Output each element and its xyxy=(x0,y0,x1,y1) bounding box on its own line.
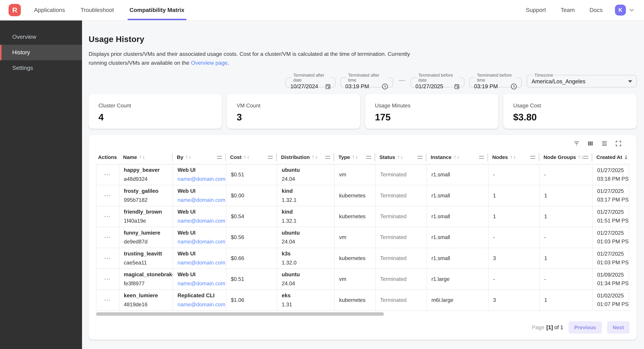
distribution-text: kind xyxy=(282,209,332,216)
type-text: vm xyxy=(339,234,373,240)
cost-text: $0.54 xyxy=(231,213,274,220)
column-header-node-groups[interactable]: Node Groups↑↓ xyxy=(540,151,592,164)
column-header-actions[interactable]: Actions xyxy=(96,151,119,164)
fullscreen-icon[interactable] xyxy=(615,140,622,147)
clock-icon[interactable] xyxy=(510,83,517,90)
filter-bar: Terminated after date10/27/2024Terminate… xyxy=(88,73,636,87)
created-time: 01:34 PM PST xyxy=(597,280,626,287)
nav-link-team[interactable]: Team xyxy=(561,7,575,13)
filter-icon[interactable] xyxy=(573,140,580,147)
email-link[interactable]: name@domain.com xyxy=(178,197,226,203)
nodes-text: - xyxy=(493,172,537,178)
filter-field-terminated-before-time[interactable]: Terminated before time03:19 PM xyxy=(469,73,522,87)
chevron-down-icon[interactable] xyxy=(629,7,634,13)
overview-page-link[interactable]: Overview page xyxy=(191,60,228,66)
by-text: Web UI xyxy=(178,167,224,174)
cell-cost: $1.06 xyxy=(226,290,277,310)
nav-link-docs[interactable]: Docs xyxy=(590,7,603,13)
column-header-created-at[interactable]: Created At↓ xyxy=(592,151,629,164)
id-text: de9ed87d xyxy=(124,238,170,245)
stat-cards: Cluster Count4VM Count3Usage Minutes175U… xyxy=(88,94,636,129)
cell-node_groups: - xyxy=(540,269,593,289)
cell-instance: r1.large xyxy=(427,269,488,289)
column-header-name[interactable]: Name↑↓ xyxy=(119,151,172,164)
column-header-cost[interactable]: Cost↑↓ xyxy=(226,151,277,164)
email-link[interactable]: name@domain.com xyxy=(178,239,226,245)
cell-instance: m6i.large xyxy=(427,290,488,310)
row-actions-icon[interactable]: ••• xyxy=(104,298,111,302)
column-menu-icon[interactable] xyxy=(366,156,371,159)
stat-card-vm-count: VM Count3 xyxy=(227,94,360,129)
sidebar-item-overview[interactable]: Overview xyxy=(0,29,82,44)
nav-link-support[interactable]: Support xyxy=(526,7,546,13)
cell-cost: $0.56 xyxy=(226,227,277,248)
row-actions-icon[interactable]: ••• xyxy=(104,172,111,177)
cell-type: kubernetes xyxy=(335,290,376,310)
row-actions-icon[interactable]: ••• xyxy=(104,277,111,281)
distribution-text: ubuntu xyxy=(282,230,332,237)
created-time: 01:03 PM PST xyxy=(597,238,626,245)
row-actions-icon[interactable]: ••• xyxy=(104,235,111,240)
column-menu-icon[interactable] xyxy=(268,156,273,159)
cell-status: Terminated xyxy=(376,206,427,227)
cell-by: Web UIname@domain.com xyxy=(173,227,226,248)
created-date: 01/02/2025 xyxy=(597,292,626,299)
status-text: Terminated xyxy=(380,276,424,282)
column-menu-icon[interactable] xyxy=(418,156,422,159)
filter-field-terminated-before-date[interactable]: Terminated before date01/27/2025 xyxy=(410,73,464,87)
column-header-by[interactable]: By↑↓ xyxy=(172,151,226,164)
nodes-text: 3 xyxy=(493,255,537,261)
cell-instance: r1.small xyxy=(427,164,488,185)
column-menu-icon[interactable] xyxy=(530,156,535,159)
column-menu-icon[interactable] xyxy=(217,156,222,159)
previous-page-button[interactable]: Previous xyxy=(569,321,602,334)
column-menu-icon[interactable] xyxy=(583,156,588,159)
cell-type: vm xyxy=(335,164,376,185)
scrollbar-thumb[interactable] xyxy=(96,312,384,316)
cost-text: $0.00 xyxy=(231,193,274,199)
sidebar-item-settings[interactable]: Settings xyxy=(0,60,82,76)
column-header-instance[interactable]: Instance↑↓ xyxy=(426,151,488,164)
column-header-nodes[interactable]: Nodes↑↓ xyxy=(488,151,540,164)
column-header-status[interactable]: Status↑↓ xyxy=(375,151,426,164)
id-text: 1f40a19e xyxy=(124,218,170,225)
replicated-logo[interactable]: R xyxy=(8,4,21,16)
filter-field-terminated-after-date[interactable]: Terminated after date10/27/2024 xyxy=(286,73,336,87)
user-avatar[interactable]: K xyxy=(615,4,626,16)
email-link[interactable]: name@domain.com xyxy=(178,281,226,287)
row-actions-icon[interactable]: ••• xyxy=(104,193,111,198)
column-header-type[interactable]: Type↑↓ xyxy=(334,151,375,164)
row-actions-icon[interactable]: ••• xyxy=(104,214,111,219)
nav-tab-compatibility-matrix[interactable]: Compatibility Matrix xyxy=(129,0,185,20)
version-text: 1.32.0 xyxy=(282,259,332,266)
cell-distribution: ubuntu24.04 xyxy=(277,227,335,248)
instance-text: r1.large xyxy=(432,276,486,282)
email-link[interactable]: name@domain.com xyxy=(178,302,226,308)
filter-label: Terminated before date xyxy=(417,73,460,83)
node_groups-text: - xyxy=(544,172,590,178)
email-link[interactable]: name@domain.com xyxy=(178,218,226,224)
column-header-distribution[interactable]: Distribution↑↓ xyxy=(277,151,334,164)
caret-icon[interactable] xyxy=(628,80,632,83)
calendar-icon[interactable] xyxy=(454,83,460,90)
calendar-icon[interactable] xyxy=(325,83,331,90)
email-link[interactable]: name@domain.com xyxy=(178,260,226,266)
created-time: 03:18 PM PST xyxy=(597,176,626,183)
nav-tab-troubleshoot[interactable]: Troubleshoot xyxy=(80,0,114,20)
sidebar-item-history[interactable]: History xyxy=(0,45,82,60)
row-actions-icon[interactable]: ••• xyxy=(104,256,111,261)
filter-field-timezone[interactable]: TimezoneAmerica/Los_Angeles xyxy=(527,73,637,87)
next-page-button[interactable]: Next xyxy=(607,321,630,334)
type-text: kubernetes xyxy=(339,297,373,303)
clock-icon[interactable] xyxy=(382,83,388,90)
column-menu-icon[interactable] xyxy=(325,156,330,159)
email-link[interactable]: name@domain.com xyxy=(178,176,226,182)
filter-label: Terminated before time xyxy=(475,73,517,83)
columns-icon[interactable] xyxy=(587,140,594,147)
nav-tab-applications[interactable]: Applications xyxy=(34,0,66,20)
usage-table-card: ActionsName↑↓By↑↓Cost↑↓Distribution↑↓Typ… xyxy=(88,135,636,340)
table-row: •••funny_lumierede9ed87dWeb UIname@domai… xyxy=(96,227,629,248)
density-icon[interactable] xyxy=(601,140,608,147)
column-menu-icon[interactable] xyxy=(479,156,484,159)
filter-field-terminated-after-time[interactable]: Terminated after time03:19 PM xyxy=(340,73,393,87)
